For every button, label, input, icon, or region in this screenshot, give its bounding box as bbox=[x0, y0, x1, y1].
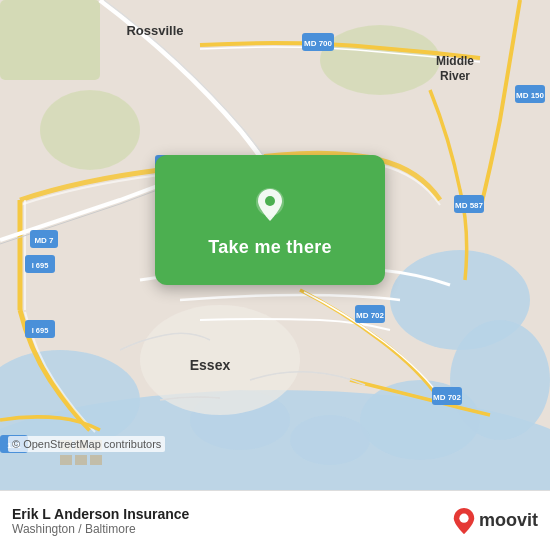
moovit-logo: moovit bbox=[453, 508, 538, 534]
svg-rect-15 bbox=[60, 455, 72, 465]
svg-point-10 bbox=[320, 25, 440, 95]
svg-text:Rossville: Rossville bbox=[126, 23, 183, 38]
take-me-there-button[interactable]: Take me there bbox=[208, 237, 332, 258]
svg-rect-8 bbox=[0, 0, 100, 80]
location-pin-icon bbox=[248, 183, 292, 227]
bottom-bar: Erik L Anderson Insurance Washington / B… bbox=[0, 490, 550, 550]
moovit-brand-text: moovit bbox=[479, 510, 538, 531]
svg-point-43 bbox=[265, 196, 275, 206]
svg-text:Middle: Middle bbox=[436, 54, 474, 68]
svg-text:MD 702: MD 702 bbox=[433, 393, 462, 402]
svg-text:Essex: Essex bbox=[190, 357, 231, 373]
place-name: Erik L Anderson Insurance bbox=[12, 506, 189, 522]
place-region: Washington / Baltimore bbox=[12, 522, 189, 536]
map-copyright: © OpenStreetMap contributors bbox=[8, 436, 165, 452]
moovit-pin-icon bbox=[453, 508, 475, 534]
svg-rect-16 bbox=[75, 455, 87, 465]
svg-text:MD 702: MD 702 bbox=[356, 311, 385, 320]
svg-text:MD 150: MD 150 bbox=[516, 91, 545, 100]
svg-point-44 bbox=[459, 513, 468, 522]
svg-point-7 bbox=[290, 415, 370, 465]
svg-point-9 bbox=[40, 90, 140, 170]
svg-text:MD 700: MD 700 bbox=[304, 39, 333, 48]
svg-text:MD 587: MD 587 bbox=[455, 201, 484, 210]
svg-rect-17 bbox=[90, 455, 102, 465]
action-card: Take me there bbox=[155, 155, 385, 285]
svg-text:I 695: I 695 bbox=[32, 261, 49, 270]
map-container: MD 700 MD 7 MD 150 MD 587 MD 702 MD 702 … bbox=[0, 0, 550, 490]
svg-text:I 695: I 695 bbox=[32, 326, 49, 335]
svg-text:MD 7: MD 7 bbox=[34, 236, 54, 245]
place-info: Erik L Anderson Insurance Washington / B… bbox=[12, 506, 189, 536]
svg-text:River: River bbox=[440, 69, 470, 83]
